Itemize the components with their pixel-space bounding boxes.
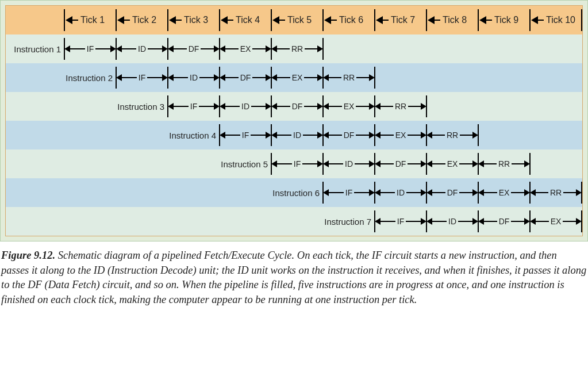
stage-span: RR: [323, 63, 375, 92]
stage-label: DF: [323, 131, 375, 140]
instruction-label: Instruction 4: [6, 121, 220, 150]
instruction-label: Instruction 7: [6, 207, 375, 236]
stage-label: EX: [426, 159, 478, 168]
tick-label: Tick 3: [184, 15, 208, 25]
figure-caption: Figure 9.12. Schematic diagram of a pipe…: [0, 241, 588, 308]
stage-label: EX: [220, 44, 271, 53]
tick-header-cell: Tick 10: [530, 6, 582, 34]
tick-label: Tick 6: [339, 15, 363, 25]
stage-span: RR: [375, 92, 426, 121]
tick-header-cell: Tick 5: [271, 6, 323, 34]
stage-label: IF: [116, 73, 168, 82]
stage-label: ID: [168, 73, 220, 82]
stage-label: IF: [271, 159, 323, 168]
stage-label: RR: [271, 44, 323, 53]
instruction-label: Instruction 2: [6, 63, 116, 92]
stage-span: IF: [168, 92, 220, 121]
tick-label: Tick 5: [287, 15, 312, 25]
tick-header-cell: Tick 2: [116, 6, 168, 34]
stage-span: ID: [116, 34, 168, 63]
stage-span: EX: [530, 207, 582, 236]
instruction-label: Instruction 1: [6, 34, 64, 63]
stage-label: ID: [375, 188, 426, 197]
arrow-line: [123, 20, 130, 21]
stage-span: RR: [271, 34, 323, 63]
tick-label: Tick 8: [443, 15, 467, 25]
tick-header-cell: Tick 8: [426, 6, 478, 34]
stage-label: RR: [323, 73, 375, 82]
tick-label: Tick 7: [391, 15, 415, 25]
stage-span: EX: [220, 34, 271, 63]
stage-span: RR: [530, 178, 582, 207]
tick-label: Tick 4: [236, 15, 260, 25]
arrow-line: [485, 20, 492, 21]
stage-span: ID: [426, 207, 478, 236]
stage-span: ID: [271, 121, 323, 150]
arrow-line: [71, 20, 78, 21]
stage-span: IF: [271, 150, 323, 178]
arrow-line: [537, 20, 544, 21]
stage-label: IF: [323, 188, 375, 197]
instruction-row: Instruction 4IFIDDFEXRR: [6, 121, 582, 150]
instruction-row: Instruction 6IFIDDFEXRR: [6, 178, 582, 207]
arrow-line: [226, 20, 233, 21]
stage-span: EX: [375, 121, 426, 150]
stage-span: DF: [426, 178, 478, 207]
tick-header-cell: Tick 1: [64, 6, 116, 34]
instruction-label: Instruction 3: [6, 92, 168, 121]
stage-label: IF: [375, 217, 426, 226]
pipeline-diagram: Tick 1Tick 2Tick 3Tick 4Tick 5Tick 6Tick…: [5, 5, 583, 236]
instruction-row: Instruction 2IFIDDFEXRR: [6, 63, 582, 92]
stage-span: EX: [478, 178, 530, 207]
stage-label: DF: [426, 188, 478, 197]
stage-label: IF: [220, 131, 271, 140]
stage-label: RR: [530, 188, 582, 197]
stage-label: IF: [168, 102, 220, 111]
tick-label: Tick 9: [494, 15, 518, 25]
stage-label: IF: [64, 44, 116, 53]
stage-span: EX: [426, 150, 478, 178]
stage-span: IF: [220, 121, 271, 150]
stage-label: EX: [530, 217, 582, 226]
arrow-line: [175, 20, 182, 21]
stage-label: EX: [478, 188, 530, 197]
arrow-line: [433, 20, 440, 21]
stage-span: DF: [168, 34, 220, 63]
stage-span: EX: [271, 63, 323, 92]
stage-label: RR: [375, 102, 426, 111]
stage-label: DF: [220, 73, 271, 82]
stage-label: ID: [271, 131, 323, 140]
stage-label: EX: [375, 131, 426, 140]
arrow-line: [382, 20, 389, 21]
stage-label: ID: [220, 102, 271, 111]
stage-span: DF: [220, 63, 271, 92]
stage-span: DF: [375, 150, 426, 178]
tick-header-cell: Tick 7: [375, 6, 426, 34]
tick-label: Tick 10: [546, 15, 575, 25]
arrow-line: [278, 20, 285, 21]
header-row: Tick 1Tick 2Tick 3Tick 4Tick 5Tick 6Tick…: [6, 6, 582, 34]
stage-label: ID: [323, 159, 375, 168]
stage-label: DF: [375, 159, 426, 168]
stage-span: EX: [323, 92, 375, 121]
figure-text: Schematic diagram of a pipelined Fetch/E…: [1, 250, 586, 305]
stage-span: IF: [116, 63, 168, 92]
stage-span: DF: [323, 121, 375, 150]
stage-label: ID: [426, 217, 478, 226]
figure-label: Figure 9.12.: [1, 250, 55, 261]
instruction-row: Instruction 5IFIDDFEXRR: [6, 150, 582, 178]
stage-label: DF: [271, 102, 323, 111]
tick-label: Tick 2: [132, 15, 156, 25]
stage-span: ID: [323, 150, 375, 178]
stage-label: RR: [478, 159, 530, 168]
instruction-label: Instruction 6: [6, 178, 323, 207]
stage-span: ID: [220, 92, 271, 121]
stage-span: RR: [426, 121, 478, 150]
stage-label: EX: [323, 102, 375, 111]
stage-span: ID: [375, 178, 426, 207]
instruction-row: Instruction 3IFIDDFEXRR: [6, 92, 582, 121]
stage-span: DF: [271, 92, 323, 121]
stage-span: IF: [375, 207, 426, 236]
arrow-line: [330, 20, 337, 21]
stage-label: DF: [478, 217, 530, 226]
